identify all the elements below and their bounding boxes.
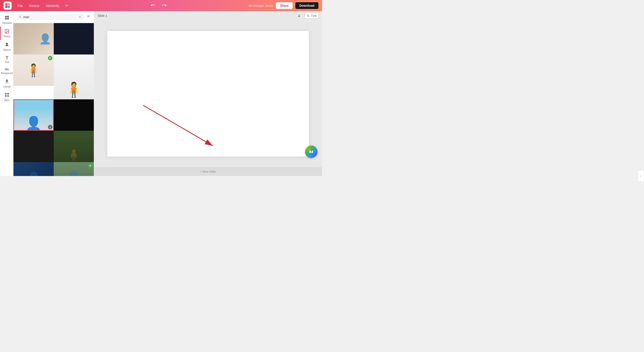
sidebar-item-objects[interactable]: Objects [0,40,13,53]
photo-premium-badge: ♥ [88,163,92,168]
sidebar-text-label: Text [5,61,9,63]
menu-stickerify[interactable]: Stickerify [44,3,62,9]
search-bar: ✕ [14,11,94,23]
canvas-area: 71% Slide 1 ▲ ▼ ⧉ ⊞ + New Slide [94,11,322,176]
redo-button[interactable] [161,2,168,10]
photo-item[interactable] [54,23,94,55]
sidebar-templates-label: Templates [2,22,12,24]
canvas-wrapper [94,20,322,167]
zoom-icon [307,14,310,18]
zoom-indicator: 71% [305,14,318,18]
photo-item-selected[interactable]: 👤 ℹ [14,99,54,131]
svg-rect-11 [8,93,9,94]
photo-item[interactable]: 🧍 ♥ [14,55,54,86]
sidebar-photos-label: Photos [3,35,10,38]
slide-header: Slide 1 ▲ ▼ ⧉ ⊞ [94,11,322,20]
sidebar-item-background[interactable]: BG Background [0,66,13,77]
photos-panel: ✕ 👤 🧍 ♥ [14,11,94,176]
photos-icon [4,29,10,34]
zoom-level: 71% [311,14,317,18]
svg-rect-5 [7,16,9,18]
photo-item[interactable] [54,99,94,131]
main-layout: Templates Photos Objects T Text [0,11,322,176]
edit-icon[interactable]: ✏ [65,3,68,8]
topbar-menu: File Resize Stickerify [15,3,62,9]
templates-icon [4,15,10,21]
svg-rect-3 [8,6,10,8]
svg-rect-6 [5,18,7,20]
slide-up-button[interactable]: ▲ [297,13,302,18]
undo-button[interactable] [150,2,156,10]
svg-rect-0 [5,3,8,5]
topbar-right: All Changes Saved Share Download [248,2,318,9]
search-input[interactable] [23,15,77,19]
topbar-center [72,2,245,10]
sidebar: Templates Photos Objects T Text [0,11,14,176]
sidebar-item-templates[interactable]: Templates [0,13,13,27]
sidebar-item-upload[interactable]: Upload [0,77,13,90]
photo-item[interactable]: 👤 [14,162,54,176]
text-icon: T [6,56,8,60]
floating-app-icon[interactable] [305,145,318,158]
svg-rect-2 [5,6,8,8]
sidebar-objects-label: Objects [3,49,11,51]
upload-icon [4,79,10,85]
sidebar-item-photos[interactable]: Photos [0,27,13,40]
menu-resize[interactable]: Resize [27,3,42,9]
background-icon: BG [5,68,10,71]
sidebar-item-apps[interactable]: Apps [0,90,13,104]
photo-premium-badge: ♥ [48,56,52,60]
apps-icon [4,92,10,98]
search-filter-button[interactable] [86,14,91,20]
sidebar-upload-label: Upload [3,85,10,88]
download-button[interactable]: Download [295,2,318,9]
save-status: All Changes Saved [248,4,274,8]
svg-point-16 [308,148,315,155]
objects-icon [4,42,10,48]
svg-rect-13 [8,95,9,97]
svg-rect-10 [5,93,6,94]
share-button[interactable]: Share [276,2,293,9]
canvas-slide[interactable] [107,31,309,156]
search-icon [19,16,22,19]
sidebar-item-text[interactable]: T Text [0,53,13,66]
svg-rect-12 [5,95,6,97]
app-logo [4,2,12,10]
search-clear-button[interactable]: ✕ [78,15,81,19]
new-slide-button[interactable]: + New Slide [94,167,322,176]
photo-item[interactable]: 👤 [14,23,54,55]
sidebar-apps-label: Apps [4,99,10,101]
svg-rect-7 [7,18,9,20]
svg-point-9 [6,30,6,31]
photo-item[interactable]: 🧍 [54,131,94,162]
photo-info-icon: ℹ [48,125,52,129]
photo-grid: 👤 🧍 ♥ 🧍 👤 [14,23,94,176]
svg-rect-4 [5,16,7,18]
menu-file[interactable]: File [15,3,25,9]
photo-item[interactable]: 🧍 [54,55,94,99]
svg-rect-1 [8,3,10,5]
slide-title: Slide 1 [98,14,107,18]
search-input-wrap: ✕ [16,14,84,20]
photo-item[interactable]: ♥ 👤 [54,162,94,176]
sidebar-background-label: Background [1,72,13,74]
photo-item[interactable] [14,131,54,162]
topbar: File Resize Stickerify ✏ All Changes Sav… [0,0,322,11]
